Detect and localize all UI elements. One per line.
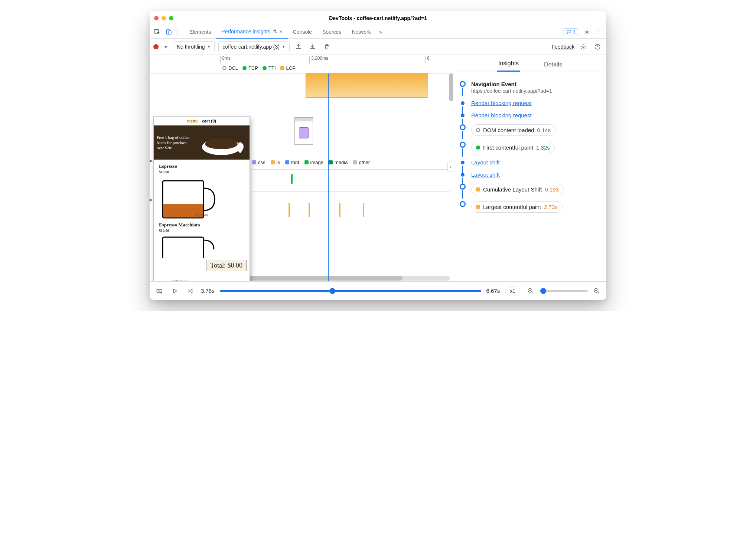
cls-marker-icon (476, 187, 480, 192)
step-back-icon[interactable] (185, 286, 196, 296)
event-cls[interactable]: Cumulative Layout Shift 0.193 (459, 181, 601, 198)
product-price: $12.00 (159, 229, 244, 233)
inspect-element-icon[interactable] (152, 27, 162, 37)
svg-point-4 (583, 46, 584, 48)
expand-row-icon[interactable]: ▶ (150, 196, 153, 203)
legend-js[interactable]: js (271, 160, 280, 165)
minimize-window-button[interactable] (162, 16, 166, 20)
delete-icon[interactable] (322, 42, 332, 52)
export-icon[interactable] (293, 42, 304, 52)
render-blocking-link[interactable]: Render blocking request (471, 112, 532, 118)
marker-dcl[interactable]: DCL (222, 65, 238, 71)
window-controls (154, 16, 173, 20)
layout-shift-link[interactable]: Layout shift (471, 159, 500, 166)
timeline-ruler[interactable]: 0ms 3,200ms 6, (220, 55, 454, 63)
devtools-window: DevTools - coffee-cart.netlify.app/?ad=1… (150, 11, 606, 300)
timeline-body[interactable]: ▶ ▶ css js font image media other (150, 73, 454, 281)
zoom-in-icon[interactable] (592, 286, 602, 296)
event-fcp[interactable]: First contentful paint 1.32s (459, 139, 601, 156)
insights-sidebar: Insights Details Navigation Event https:… (454, 55, 606, 281)
record-menu-caret[interactable]: ▾ (162, 42, 169, 52)
marker-fcp[interactable]: FCP (242, 65, 258, 71)
disable-screenshot-icon[interactable] (154, 286, 164, 296)
marker-lcp[interactable]: LCP (280, 65, 296, 71)
mug-icon (159, 177, 218, 222)
wf-bar[interactable] (289, 203, 290, 217)
event-layout-shift[interactable]: Layout shift (459, 168, 601, 181)
tab-network[interactable]: Network (346, 25, 376, 39)
preview-nav: menu cart (0) (154, 117, 250, 125)
mug-icon (159, 236, 218, 258)
panel-settings-icon[interactable] (578, 42, 589, 52)
tab-elements[interactable]: Elements (184, 25, 216, 39)
event-navigation[interactable]: Navigation Event https://coffee-cart.net… (459, 78, 601, 97)
timeline-slider[interactable] (220, 290, 481, 292)
tab-details[interactable]: Details (542, 61, 564, 72)
layout-shift-link[interactable]: Layout shift (471, 171, 500, 178)
collapse-right-pane-icon[interactable]: › (447, 162, 454, 171)
issues-badge[interactable]: 1 (564, 29, 578, 35)
tab-console[interactable]: Console (288, 25, 317, 39)
timeline-pane: 0ms 3,200ms 6, DCL FCP TTI LCP ▶ ▶ (150, 55, 454, 281)
event-dcl[interactable]: DOM content loaded 0.14s (459, 121, 601, 139)
help-icon[interactable] (592, 42, 603, 52)
tab-insights[interactable]: Insights (497, 60, 520, 72)
ruler-tick: 0ms (220, 56, 231, 63)
end-time-label: 6.67s (486, 288, 500, 294)
more-menu-icon[interactable]: ⋮ (594, 27, 604, 37)
event-render-blocking[interactable]: Render blocking request (459, 109, 601, 121)
page-select[interactable]: coffee-cart.netlify.app (3) ▼ (218, 41, 289, 52)
wf-bar[interactable] (309, 203, 310, 217)
event-render-blocking[interactable]: Render blocking request (459, 97, 601, 109)
close-window-button[interactable] (154, 16, 159, 20)
legend-other[interactable]: other (353, 160, 370, 165)
tab-sources[interactable]: Sources (317, 25, 346, 39)
device-toggle-icon[interactable] (164, 27, 174, 37)
title-bar: DevTools - coffee-cart.netlify.app/?ad=1 (150, 11, 606, 25)
window-title: DevTools - coffee-cart.netlify.app/?ad=1 (329, 15, 427, 21)
record-button[interactable] (153, 44, 159, 49)
event-layout-shift[interactable]: Layout shift (459, 156, 601, 168)
zoom-slider[interactable] (540, 290, 588, 292)
milestone-markers: DCL FCP TTI LCP (150, 63, 454, 73)
legend-media[interactable]: media (329, 160, 348, 165)
wf-bar[interactable] (363, 203, 364, 217)
activity-block[interactable] (306, 73, 428, 98)
svg-point-3 (586, 31, 588, 33)
wf-bar[interactable] (291, 174, 293, 184)
devtools-tab-bar: Elements Performance insights ⚗ × Consol… (150, 25, 606, 39)
insight-tabs: Insights Details (454, 55, 606, 72)
tab-performance-insights[interactable]: Performance insights ⚗ × (216, 25, 287, 39)
event-lcp[interactable]: Largest contentful paint 2.73s (459, 198, 601, 216)
render-blocking-link[interactable]: Render blocking request (471, 100, 532, 106)
chevron-down-icon: ▼ (282, 45, 286, 49)
throttling-select[interactable]: No throttling ▼ (173, 41, 215, 52)
insights-list[interactable]: Navigation Event https://coffee-cart.net… (454, 72, 606, 281)
legend-image[interactable]: image (304, 160, 323, 165)
playback-footer: 3.78s 6.67s x1 (150, 281, 606, 300)
waterfall[interactable] (252, 169, 450, 281)
tab-divider (177, 27, 177, 36)
playback-speed-button[interactable]: x1 (505, 287, 520, 295)
expand-row-icon[interactable]: ▶ (150, 157, 153, 164)
settings-icon[interactable] (582, 27, 592, 37)
legend-css[interactable]: css (252, 160, 265, 165)
close-tab-icon[interactable]: × (279, 28, 283, 35)
play-button[interactable] (170, 286, 180, 296)
throttling-label: No throttling (177, 44, 205, 50)
preview-promo: Free 1 bag of coffee beans for purchase … (154, 125, 250, 160)
import-icon[interactable] (307, 42, 318, 52)
svg-rect-10 (163, 237, 203, 258)
wf-bar[interactable] (339, 203, 340, 217)
legend-font[interactable]: font (285, 160, 299, 165)
event-url: https://coffee-cart.netlify.app/?ad=1 (471, 88, 601, 94)
maximize-window-button[interactable] (169, 16, 173, 20)
marker-tti[interactable]: TTI (263, 65, 276, 71)
issues-count: 1 (573, 29, 576, 35)
more-tabs-button[interactable]: » (376, 25, 385, 39)
filmstrip-thumbnail[interactable] (294, 117, 313, 145)
zoom-out-icon[interactable] (525, 286, 536, 296)
feedback-link[interactable]: Feedback (552, 44, 574, 50)
main-content: 0ms 3,200ms 6, DCL FCP TTI LCP ▶ ▶ (150, 55, 606, 281)
playhead[interactable] (328, 73, 329, 281)
